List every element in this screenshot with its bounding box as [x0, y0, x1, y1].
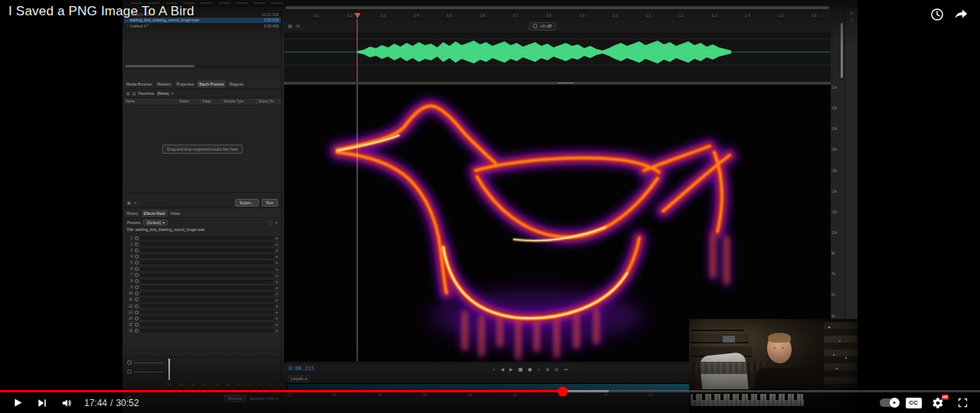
rack-slot[interactable]: 1 ▸	[124, 235, 281, 241]
rack-slot[interactable]: 3 ▸	[124, 247, 281, 253]
power-icon[interactable]	[135, 317, 139, 320]
slot-insert-field[interactable]	[141, 274, 273, 277]
transport-button[interactable]: »	[537, 366, 541, 372]
files-hscrollbar[interactable]	[126, 65, 279, 67]
presets-dropdown[interactable]: (Default) ▾	[143, 220, 168, 226]
slot-arrow-icon[interactable]: ▸	[276, 248, 278, 252]
slot-arrow-icon[interactable]: ▸	[276, 236, 278, 240]
playhead-line[interactable]	[357, 85, 358, 362]
slot-arrow-icon[interactable]: ▸	[276, 310, 278, 314]
waveform-display[interactable]	[284, 33, 831, 82]
transport-button[interactable]: ◀	[501, 366, 505, 372]
slot-arrow-icon[interactable]: ▸	[276, 242, 278, 246]
delete-preset-icon[interactable]: ×	[275, 220, 278, 225]
slot-insert-field[interactable]	[141, 268, 273, 271]
slot-insert-field[interactable]	[141, 242, 273, 246]
rack-slot[interactable]: 9 ▸	[124, 285, 281, 291]
slot-insert-field[interactable]	[141, 323, 273, 326]
export-button[interactable]: Export...	[235, 199, 259, 206]
slot-insert-field[interactable]	[141, 261, 273, 264]
file-row[interactable]: ≡ Untitled 4 * 3:05.409	[124, 23, 281, 29]
transport-button[interactable]: ■	[518, 366, 523, 372]
rack-slot[interactable]: 16 ▸	[124, 327, 281, 333]
power-icon[interactable]	[135, 291, 139, 295]
slot-arrow-icon[interactable]: ▸	[276, 285, 278, 290]
slot-arrow-icon[interactable]: ▸	[276, 267, 278, 272]
slot-insert-field[interactable]	[141, 280, 273, 283]
rack-slot[interactable]: 4 ▸	[124, 253, 281, 259]
power-icon[interactable]	[135, 311, 139, 314]
rack-slot[interactable]: 2 ▸	[124, 241, 281, 247]
batch-file-area[interactable]: Drag and drop supported media files here	[124, 106, 281, 193]
power-icon[interactable]	[135, 249, 139, 252]
slot-arrow-icon[interactable]: ▸	[276, 316, 278, 320]
save-preset-icon[interactable]: ▢	[269, 220, 273, 225]
playhead-handle[interactable]	[354, 13, 361, 18]
transport-button[interactable]: ●	[528, 366, 532, 372]
rack-slot[interactable]: 12 ▸	[124, 303, 281, 309]
tab-media-browser[interactable]: Media Browser	[124, 80, 155, 88]
power-icon[interactable]	[135, 323, 139, 327]
slot-arrow-icon[interactable]: ▸	[276, 304, 278, 308]
col-sample-type[interactable]: Sample Type	[222, 99, 257, 105]
slot-insert-field[interactable]	[141, 298, 273, 301]
power-icon[interactable]	[135, 298, 139, 301]
panel-menu-icon[interactable]: ≡	[845, 11, 858, 15]
transport-button[interactable]: ⊕	[546, 366, 550, 372]
slot-insert-field[interactable]	[141, 236, 273, 239]
power-icon[interactable]	[135, 261, 139, 265]
slot-insert-field[interactable]	[141, 329, 273, 332]
power-icon[interactable]	[135, 267, 139, 271]
rack-slot[interactable]: 14 ▸	[124, 315, 281, 321]
remove-files-icon[interactable]: ×	[134, 200, 137, 205]
video-title[interactable]: I Saved a PNG Image To A Bird	[8, 4, 194, 19]
rack-slot[interactable]: 13 ▸	[124, 309, 281, 315]
slot-arrow-icon[interactable]: ▸	[276, 273, 278, 278]
rack-slot[interactable]: 15 ▸	[124, 321, 281, 327]
slot-arrow-icon[interactable]: ▸	[276, 279, 278, 284]
tab-properties[interactable]: Properties	[174, 80, 197, 88]
slot-insert-field[interactable]	[141, 317, 273, 320]
favorites-value[interactable]: (None)	[157, 91, 168, 96]
rack-slot[interactable]: 5 ▸	[124, 259, 281, 265]
output-knob[interactable]	[127, 369, 132, 374]
tab-history[interactable]: History	[124, 210, 142, 217]
rack-slot[interactable]: 11 ▸	[124, 297, 281, 303]
slot-insert-field[interactable]	[141, 311, 273, 314]
rack-slot[interactable]: 10 ▸	[124, 291, 281, 297]
levels-tab[interactable]: Levels	[286, 374, 312, 382]
volume-button[interactable]	[55, 393, 78, 413]
col-status[interactable]: Status	[178, 99, 201, 105]
open-batch-icon[interactable]: ▤	[132, 91, 136, 96]
run-button[interactable]: Run	[262, 199, 278, 206]
slot-insert-field[interactable]	[141, 304, 273, 307]
rack-slot[interactable]: 7 ▸	[124, 272, 281, 278]
new-batch-icon[interactable]: ▥	[126, 91, 130, 96]
transport-button[interactable]: ↔	[564, 366, 568, 372]
editor-zoom-scrollbar[interactable]	[286, 6, 829, 9]
slot-insert-field[interactable]	[141, 249, 273, 252]
next-button[interactable]	[31, 393, 54, 413]
play-button[interactable]	[6, 393, 29, 413]
col-name[interactable]: Name	[124, 99, 178, 105]
snap-icon[interactable]: ⊞	[296, 23, 300, 28]
panel-menu-icon[interactable]	[305, 378, 307, 380]
add-files-icon[interactable]: ▦	[127, 200, 131, 205]
power-icon[interactable]	[135, 285, 139, 289]
transport-button[interactable]: ▶	[509, 366, 513, 372]
col-stage[interactable]: Stage	[201, 99, 222, 105]
power-icon[interactable]	[135, 329, 139, 333]
power-icon[interactable]	[135, 255, 139, 259]
transport-button[interactable]: ⊖	[555, 366, 559, 372]
slot-arrow-icon[interactable]: ▸	[276, 254, 278, 259]
power-icon[interactable]	[135, 273, 139, 277]
editor-vscrollbar[interactable]	[841, 23, 843, 78]
subtitles-button[interactable]: CC	[902, 393, 925, 413]
chevron-down-icon[interactable]: ▾	[172, 91, 174, 96]
input-knob[interactable]	[127, 360, 132, 365]
grid-icon[interactable]: ▦	[288, 23, 292, 28]
power-icon[interactable]	[135, 242, 139, 246]
rack-slot[interactable]: 6 ▸	[124, 265, 281, 272]
close-icon[interactable]: ×	[845, 18, 858, 22]
share-button[interactable]	[952, 5, 971, 24]
